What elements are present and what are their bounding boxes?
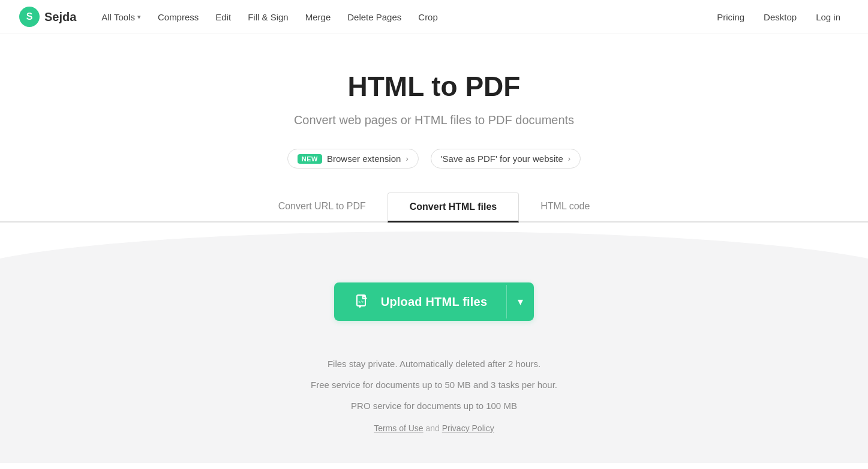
nav-crop[interactable]: Crop (412, 0, 444, 34)
tabs-container: Convert URL to PDF Convert HTML files HT… (0, 193, 868, 223)
chevron-down-icon: ▾ (137, 13, 141, 21)
chevron-right-icon-2: › (568, 154, 570, 163)
upload-button-label: Upload HTML files (381, 295, 487, 309)
terms-connector: and (425, 423, 441, 433)
logo[interactable]: S Sejda (19, 7, 76, 27)
main-content: HTML to PDF Convert web pages or HTML fi… (0, 34, 868, 223)
all-tools-label: All Tools (101, 12, 135, 22)
nav-merge[interactable]: Merge (299, 0, 337, 34)
info-line-1: Files stay private. Automatically delete… (12, 356, 856, 372)
new-badge: NEW (298, 154, 322, 164)
nav-compress[interactable]: Compress (152, 0, 205, 34)
feature-links: NEW Browser extension › 'Save as PDF' fo… (0, 149, 868, 169)
terms-text: Terms of Use and Privacy Policy (12, 423, 856, 433)
tab-html-code[interactable]: HTML code (519, 193, 611, 223)
logo-text: Sejda (44, 10, 76, 24)
tab-convert-html-files[interactable]: Convert HTML files (388, 193, 519, 223)
nav-fill-sign[interactable]: Fill & Sign (242, 0, 295, 34)
nav-pricing[interactable]: Pricing (708, 0, 753, 34)
save-as-pdf-link[interactable]: 'Save as PDF' for your website › (431, 149, 581, 169)
upload-button-wrapper: </> Upload HTML files ▾ (334, 282, 534, 321)
nav-login[interactable]: Log in (807, 0, 849, 34)
chevron-right-icon: › (406, 154, 408, 163)
upload-button[interactable]: </> Upload HTML files (334, 282, 506, 321)
terms-of-use-link[interactable]: Terms of Use (374, 423, 423, 433)
upload-dropdown-button[interactable]: ▾ (507, 285, 534, 318)
svg-text:</>: </> (358, 300, 364, 303)
info-line-2: Free service for documents up to 50 MB a… (12, 377, 856, 393)
upload-icon: </> (353, 292, 373, 311)
nav-delete-pages[interactable]: Delete Pages (341, 0, 407, 34)
page-title: HTML to PDF (0, 70, 868, 103)
browser-extension-link[interactable]: NEW Browser extension › (287, 149, 419, 169)
privacy-policy-link[interactable]: Privacy Policy (442, 423, 494, 433)
page-subtitle: Convert web pages or HTML files to PDF d… (0, 113, 868, 127)
save-as-pdf-text: 'Save as PDF' for your website (441, 154, 563, 164)
browser-extension-text: Browser extension (327, 154, 401, 164)
upload-arrow-icon: ▾ (518, 295, 523, 308)
nav-desktop[interactable]: Desktop (755, 0, 805, 34)
nav-right: Pricing Desktop Log in (708, 0, 849, 34)
lower-section: </> Upload HTML files ▾ Files stay priva… (0, 223, 868, 463)
info-line-3: PRO service for documents up to 100 MB (12, 398, 856, 414)
logo-icon: S (19, 7, 40, 27)
nav-edit[interactable]: Edit (209, 0, 237, 34)
nav-all-tools[interactable]: All Tools ▾ (95, 0, 147, 34)
tab-convert-url[interactable]: Convert URL to PDF (257, 193, 388, 223)
